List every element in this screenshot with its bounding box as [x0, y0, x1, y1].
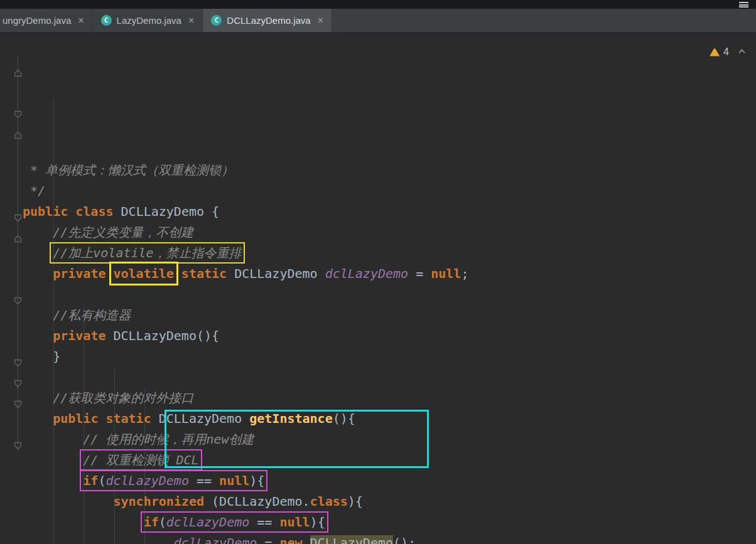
code-token: // 双重检测锁 DCL — [83, 452, 198, 467]
annotation-box-yellow: //加上volatile，禁止指令重排 — [53, 245, 241, 260]
code-line[interactable]: */ — [23, 181, 756, 201]
code-token — [23, 473, 83, 488]
code-line[interactable]: // 使用的时候，再用new创建 — [23, 429, 756, 450]
code-line[interactable]: public static DCLLazyDemo getInstance(){ — [23, 408, 756, 429]
code-line[interactable] — [23, 367, 756, 388]
code-line[interactable]: //先定义类变量，不创建 — [23, 222, 756, 243]
fold-start-icon[interactable] — [14, 104, 22, 112]
code-token: DCLLazyDemo — [310, 535, 393, 544]
code-token: volatile — [114, 266, 174, 281]
code-token: == — [189, 473, 219, 488]
fold-start-icon[interactable] — [14, 291, 22, 299]
class-icon: C — [101, 15, 112, 26]
fold-end-icon[interactable] — [14, 63, 22, 71]
code-token: static — [174, 266, 234, 281]
code-token: * 单例模式：懒汉式（双重检测锁） — [23, 163, 234, 178]
code-token: //获取类对象的对外接口 — [53, 390, 193, 405]
code-token: ){ — [348, 494, 363, 509]
code-line[interactable]: if(dclLazyDemo == null){ — [23, 512, 756, 533]
code-token: } — [23, 349, 60, 364]
tab-close-icon[interactable]: × — [318, 16, 323, 26]
code-token: new — [279, 535, 310, 544]
code-token — [23, 432, 83, 447]
code-line[interactable]: public class DCLLazyDemo { — [23, 201, 756, 222]
tab-close-icon[interactable]: × — [188, 16, 194, 26]
code-line[interactable]: //加上volatile，禁止指令重排 — [23, 243, 756, 264]
code-token: // 使用的时候，再用new创建 — [83, 432, 254, 447]
code-token: == — [249, 515, 279, 530]
fold-end-icon[interactable] — [14, 228, 22, 237]
code-line[interactable]: dclLazyDemo = new DCLLazyDemo(); — [23, 533, 756, 544]
code-line[interactable]: //私有构造器 — [23, 305, 756, 326]
warning-icon: ! — [710, 48, 720, 56]
code-token: (DCLLazyDemo. — [212, 494, 310, 509]
code-line[interactable]: * 单例模式：懒汉式（双重检测锁） — [23, 160, 756, 181]
code-token: null — [219, 473, 249, 488]
tab-close-icon[interactable]: × — [78, 16, 84, 26]
code-area[interactable]: * 单例模式：懒汉式（双重检测锁） */public class DCLLazy… — [23, 36, 756, 544]
hamburger-menu-icon[interactable] — [739, 2, 748, 8]
tab-LazyDemo.java[interactable]: CLazyDemo.java× — [93, 9, 203, 32]
tab-label: ungryDemo.java — [3, 15, 71, 26]
chevron-up-icon[interactable] — [738, 48, 746, 56]
code-token — [23, 225, 53, 240]
fold-start-icon[interactable] — [14, 373, 22, 381]
tab-DCLLazyDemo.java[interactable]: CDCLLazyDemo.java× — [203, 9, 332, 32]
code-token: //私有构造器 — [53, 307, 131, 323]
code-token: ; — [461, 266, 468, 281]
code-line[interactable]: // 双重检测锁 DCL — [23, 450, 756, 471]
fold-end-icon[interactable] — [14, 125, 22, 133]
inspections-widget[interactable]: ! 4 — [710, 41, 746, 62]
code-token: DCLLazyDemo(){ — [114, 328, 220, 343]
code-token: dclLazyDemo — [166, 515, 249, 530]
fold-start-icon[interactable] — [14, 353, 22, 361]
warning-count: 4 — [723, 41, 729, 62]
code-token: null — [431, 266, 461, 281]
code-token: = — [408, 266, 431, 281]
code-token: DCLLazyDemo — [234, 266, 325, 281]
editor-gutter — [0, 36, 23, 544]
code-token — [23, 411, 53, 426]
fold-start-icon[interactable] — [14, 394, 22, 402]
class-icon: C — [211, 15, 222, 26]
code-line[interactable]: if(dclLazyDemo == null){ — [23, 471, 756, 491]
code-token: */ — [23, 183, 45, 198]
annotation-box-yellow-thick: volatile — [114, 266, 174, 281]
window-titlebar — [0, 0, 756, 9]
code-line[interactable]: private DCLLazyDemo(){ — [23, 326, 756, 346]
code-token: ( — [98, 473, 105, 488]
fold-start-icon[interactable] — [14, 208, 22, 216]
code-line[interactable]: synchronized (DCLLazyDemo.class){ — [23, 491, 756, 512]
code-token: if — [144, 515, 159, 530]
tab-label: LazyDemo.java — [117, 15, 181, 26]
code-token: class — [310, 494, 348, 509]
code-token: private — [53, 266, 113, 281]
code-token: //加上volatile，禁止指令重排 — [53, 245, 241, 260]
code-token: (){ — [333, 411, 355, 426]
fold-start-icon[interactable] — [14, 435, 22, 444]
code-line[interactable]: private volatile static DCLLazyDemo dclL… — [23, 264, 756, 284]
code-token: ){ — [310, 515, 325, 530]
tab-label: DCLLazyDemo.java — [227, 15, 310, 26]
tab-ungryDemo.java[interactable]: ungryDemo.java× — [0, 9, 93, 32]
annotation-box-magenta: if(dclLazyDemo == null){ — [144, 515, 325, 530]
code-token: public static — [53, 411, 159, 426]
code-line[interactable] — [23, 284, 756, 305]
code-token — [23, 390, 53, 405]
annotation-box-magenta: // 双重检测锁 DCL — [83, 452, 198, 467]
code-token: ){ — [249, 473, 264, 488]
code-token: synchronized — [114, 494, 212, 509]
code-token — [23, 535, 174, 544]
code-line[interactable]: } — [23, 346, 756, 367]
code-token — [23, 266, 53, 281]
annotation-box-magenta: if(dclLazyDemo == null){ — [83, 473, 264, 488]
code-token: ( — [159, 515, 166, 530]
code-token: //先定义类变量，不创建 — [53, 225, 193, 240]
code-token — [23, 328, 53, 343]
editor[interactable]: * 单例模式：懒汉式（双重检测锁） */public class DCLLazy… — [0, 33, 756, 544]
code-token — [23, 494, 114, 509]
code-line[interactable]: //获取类对象的对外接口 — [23, 388, 756, 408]
code-token — [23, 515, 144, 530]
code-token: getInstance — [249, 411, 332, 426]
code-token: public class — [23, 204, 121, 219]
